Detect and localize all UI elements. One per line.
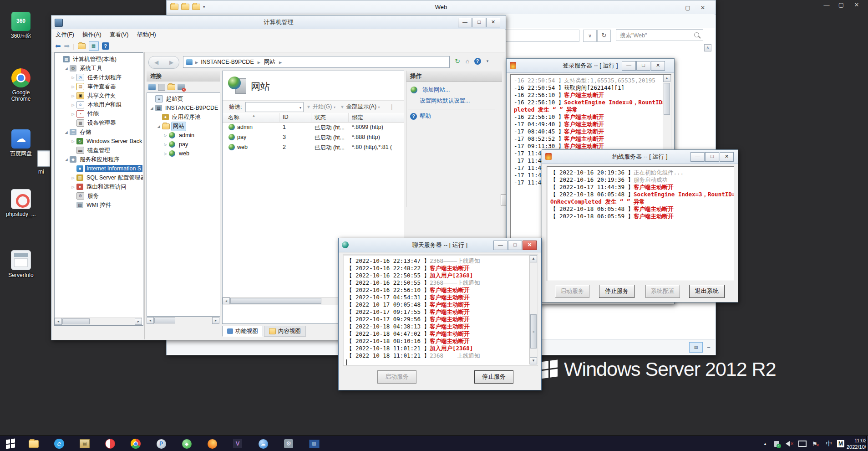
cm-tree-item-7[interactable]: ▦设备管理器 bbox=[55, 118, 143, 128]
table-row-pay[interactable]: pay3已启动 (ht...*:888 (http) bbox=[223, 133, 404, 143]
expand-icon[interactable]: ▷ bbox=[162, 133, 168, 138]
crumb-forward-icon[interactable]: ▶ bbox=[169, 59, 173, 66]
iis-tree-item-4[interactable]: ▷admin bbox=[147, 131, 220, 140]
taskbar-icon-settings-gear[interactable]: ⚙ bbox=[276, 436, 301, 451]
column-header-1[interactable]: ID bbox=[283, 114, 289, 120]
cm-tree-item-5[interactable]: ▷☺本地用户和组 bbox=[55, 100, 143, 109]
tab-内容视图[interactable]: 内容视图 bbox=[264, 326, 306, 337]
connect-server-icon[interactable] bbox=[148, 84, 156, 90]
taskbar-icon-green-tool[interactable]: ◆ bbox=[174, 436, 199, 451]
chat-log-scrollbar[interactable]: ▲ ≡ ▼ bbox=[529, 255, 538, 364]
refresh-button[interactable]: ↻ bbox=[597, 30, 611, 42]
network-icon[interactable] bbox=[797, 440, 807, 448]
cm-tree-item-11[interactable]: ◢◆服务和应用程序 bbox=[55, 155, 143, 164]
cm-maximize-button[interactable]: □ bbox=[472, 18, 486, 27]
cm-tree-item-0[interactable]: ▦计算机管理(本地) bbox=[55, 55, 143, 64]
menu-0[interactable]: 文件(F) bbox=[51, 29, 78, 41]
expand-icon[interactable]: ▷ bbox=[162, 143, 168, 147]
battle-titlebar[interactable]: 约战服务器 -- [ 运行 ] — □ ✕ bbox=[542, 150, 738, 164]
iis-tree-item-2[interactable]: ●应用程序池 bbox=[147, 113, 220, 122]
menu-2[interactable]: 查看(V) bbox=[106, 29, 133, 41]
expand-icon[interactable]: ▷ bbox=[70, 176, 76, 180]
taskbar-icon-360-app[interactable] bbox=[97, 436, 123, 451]
desktop-icon-phpstudy_...[interactable]: phpstudy_... bbox=[4, 189, 38, 217]
cm-tree-item-6[interactable]: ▷◔性能 bbox=[55, 109, 143, 118]
chat-titlebar[interactable]: 聊天服务器 -- [ 运行 ] — □ ✕ bbox=[339, 238, 541, 252]
taskbar-icon-server-manager[interactable]: ▥ bbox=[301, 436, 327, 451]
collapse-icon[interactable]: ◢ bbox=[156, 124, 162, 128]
cm-tree-item-16[interactable]: ▤WMI 控件 bbox=[55, 200, 143, 210]
expand-icon[interactable]: ▷ bbox=[70, 112, 76, 116]
desktop-icon-ServerInfo[interactable]: ServerInfo bbox=[4, 250, 38, 278]
expand-icon[interactable]: ▷ bbox=[70, 139, 76, 144]
crumb-help-icon[interactable]: ? bbox=[472, 56, 482, 66]
thumbnail-view-button[interactable]: 🗕 bbox=[703, 342, 714, 352]
start-button-启动服务[interactable]: 启动服务 bbox=[555, 285, 589, 298]
cm-tree-item-2[interactable]: ▷◷任务计划程序 bbox=[55, 73, 143, 82]
expand-icon[interactable]: ▷ bbox=[70, 85, 76, 89]
cm-minimize-button[interactable]: — bbox=[458, 18, 472, 27]
iis-connections-hscrollbar[interactable]: ◂ ▸ bbox=[147, 317, 219, 324]
bg-minimize-button[interactable]: — bbox=[819, 1, 834, 8]
help-icon[interactable]: ? bbox=[102, 42, 109, 50]
crumb-back-icon[interactable]: ◀ bbox=[154, 59, 158, 66]
column-header-0[interactable]: 名称▲ bbox=[228, 114, 255, 122]
action-button-停止服务[interactable]: 停止服务 bbox=[599, 285, 635, 298]
crumb-dropdown-icon[interactable]: ▾ bbox=[482, 56, 492, 66]
cm-tree-hscrollbar[interactable]: ◂ ▸ bbox=[55, 318, 142, 325]
explorer-minimize-button[interactable]: — bbox=[666, 3, 680, 13]
bg-maximize-button[interactable]: ▢ bbox=[834, 1, 848, 8]
taskbar-icon-internet-explorer[interactable]: e bbox=[46, 436, 72, 451]
action-item-0[interactable]: 添加网站... bbox=[410, 86, 450, 94]
iis-tree-item-1[interactable]: ◢▥INSTANCE-B9PCDE ( bbox=[147, 103, 220, 113]
login-close-button[interactable]: ✕ bbox=[651, 61, 665, 71]
explorer-titlebar[interactable]: ▾ Web — ▢ ✕ bbox=[167, 0, 716, 15]
breadcrumb[interactable]: ▸ INSTANCE-B9PCDE ▸ 网站 ▸ bbox=[183, 56, 450, 68]
column-header-3[interactable]: 绑定 bbox=[352, 114, 363, 122]
chat-minimize-button[interactable]: — bbox=[493, 241, 508, 250]
explorer-close-button[interactable]: ✕ bbox=[696, 3, 710, 13]
expand-icon[interactable]: ▷ bbox=[70, 103, 76, 107]
ime-mode-indicator[interactable]: M bbox=[836, 440, 845, 448]
battle-minimize-button[interactable]: — bbox=[690, 152, 705, 162]
cm-titlebar[interactable]: 计算机管理 — □ ✕ bbox=[51, 15, 506, 30]
tray-expand-icon[interactable]: ▲ bbox=[761, 440, 769, 448]
login-maximize-button[interactable]: □ bbox=[636, 61, 650, 71]
explorer-scroll-up-button[interactable]: ∧ bbox=[704, 44, 711, 51]
expand-icon[interactable]: ▷ bbox=[162, 152, 168, 156]
battle-log-box[interactable]: 【 2022-10-16 20:19:36 】正在初始化组件...【 2022-… bbox=[547, 166, 734, 281]
collapse-icon[interactable]: ◢ bbox=[63, 67, 69, 71]
volume-muted-icon[interactable]: ✕ bbox=[785, 440, 795, 448]
cm-tree-item-4[interactable]: ▷▣共享文件夹 bbox=[55, 91, 143, 100]
start-button-启动服务[interactable]: 启动服务 bbox=[377, 370, 416, 384]
cm-tree-item-3[interactable]: ▷▤事件查看器 bbox=[55, 82, 143, 91]
taskbar-icon-iis-manager[interactable]: ▤ bbox=[72, 436, 97, 451]
cm-tree-item-13[interactable]: ▷▥SQL Server 配置管理器 bbox=[55, 173, 143, 182]
cm-tree-item-14[interactable]: ▷●路由和远程访问 bbox=[55, 182, 143, 191]
taskbar-icon-v-editor[interactable]: V bbox=[225, 436, 250, 451]
forward-icon[interactable]: ➡ bbox=[64, 42, 70, 50]
battle-maximize-button[interactable]: □ bbox=[705, 152, 719, 162]
collapse-icon[interactable]: ◢ bbox=[149, 106, 155, 110]
crumb-back-forward[interactable]: ◀▶ bbox=[148, 56, 179, 69]
crumb-home-icon[interactable]: ⌂ bbox=[462, 56, 472, 66]
back-icon[interactable]: ⬅ bbox=[55, 42, 61, 50]
expand-icon[interactable]: ▷ bbox=[70, 94, 76, 98]
column-header-2[interactable]: 状态 bbox=[315, 114, 326, 122]
breadcrumb-server[interactable]: INSTANCE-B9PCDE bbox=[201, 59, 254, 65]
action-item-2[interactable]: ?帮助 bbox=[410, 113, 431, 120]
login-titlebar[interactable]: 登录服务器 -- [ 运行 ] — □ ✕ bbox=[507, 59, 674, 73]
cm-tree-item-15[interactable]: ⚙服务 bbox=[55, 191, 143, 200]
iis-tree-item-3[interactable]: ◢网站 bbox=[147, 122, 220, 131]
taskbar-icon-messenger[interactable]: ☁ bbox=[250, 436, 276, 451]
menu-1[interactable]: 操作(A) bbox=[78, 29, 106, 41]
delete-server-icon[interactable]: ✕ bbox=[178, 84, 185, 90]
start-button-系统配置[interactable]: 系统配置 bbox=[645, 285, 680, 298]
action-center-flag-icon[interactable]: ⚑✕ bbox=[811, 440, 821, 448]
show-desktop-button[interactable] bbox=[866, 436, 868, 451]
search-input[interactable]: 搜索"Web" bbox=[616, 29, 703, 41]
console-window-icon[interactable]: ▦ bbox=[89, 41, 99, 51]
taskbar-icon-chrome[interactable] bbox=[123, 436, 148, 451]
iis-tree-item-5[interactable]: ▷pay bbox=[147, 140, 220, 149]
filter-go-button[interactable]: ▼ 开始(G) ▾ bbox=[306, 103, 335, 111]
